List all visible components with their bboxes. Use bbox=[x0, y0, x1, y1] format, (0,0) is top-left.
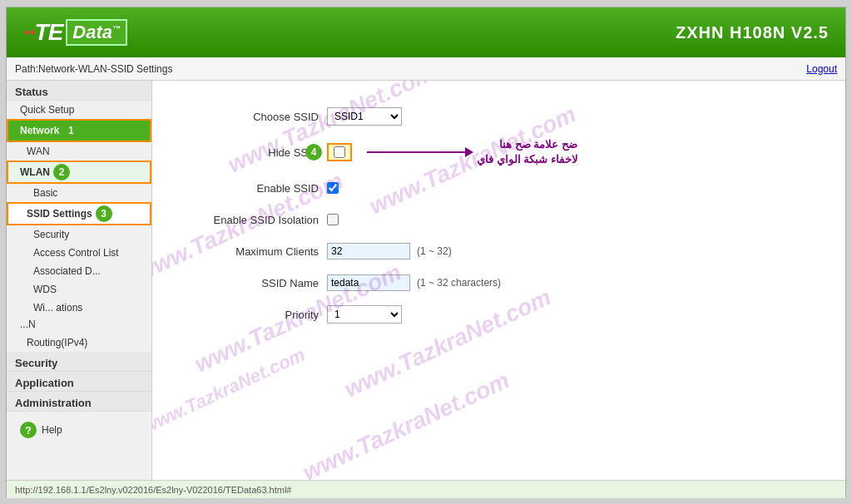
sidebar-item-help-bottom[interactable]: ? Help bbox=[7, 418, 151, 442]
enable-ssid-control bbox=[327, 182, 339, 194]
sidebar-item-wan[interactable]: WAN bbox=[7, 142, 151, 161]
arrow-head bbox=[465, 147, 473, 157]
sidebar-item-wireless: Wi... ations bbox=[7, 299, 151, 317]
sidebar-item-wlan[interactable]: WLAN 2 bbox=[7, 161, 151, 184]
sidebar-item-lan: ...N bbox=[7, 317, 151, 334]
choose-ssid-control: SSID1 SSID2 SSID3 SSID4 bbox=[327, 107, 402, 126]
priority-label: Priority bbox=[177, 309, 327, 321]
sidebar-section-administration[interactable]: Administration bbox=[7, 392, 151, 412]
choose-ssid-row: Choose SSID SSID1 SSID2 SSID3 SSID4 bbox=[177, 106, 820, 127]
logout-link[interactable]: Logout bbox=[806, 63, 837, 75]
sidebar-item-access-control[interactable]: Access Control List bbox=[7, 244, 151, 262]
sidebar-item-security[interactable]: Security bbox=[7, 225, 151, 244]
sidebar-item-quick-setup[interactable]: Quick Setup bbox=[7, 101, 151, 119]
enable-isolation-control bbox=[327, 214, 339, 225]
choose-ssid-label: Choose SSID bbox=[177, 111, 327, 123]
hide-ssid-checkbox[interactable] bbox=[334, 146, 345, 158]
annotation-line1: ضح علامة صح هنا bbox=[477, 137, 577, 152]
watermark-7: www.TazkraNet.com bbox=[299, 367, 513, 480]
enable-isolation-checkbox[interactable] bbox=[327, 214, 339, 225]
sidebar: Status Quick Setup Network 1 WAN WLAN 2 … bbox=[7, 81, 152, 480]
sidebar-section-security[interactable]: Security bbox=[7, 352, 151, 372]
sidebar-item-wds[interactable]: WDS bbox=[7, 280, 151, 299]
footer-bar: http://192.168.1.1/Es2lny.v022016/Es2lny… bbox=[7, 480, 845, 498]
max-clients-hint: (1 ~ 32) bbox=[417, 245, 452, 257]
enable-ssid-row: Enable SSID bbox=[177, 177, 820, 199]
wlan-badge: 2 bbox=[53, 164, 70, 180]
hide-ssid-label: Hide SSID bbox=[177, 146, 327, 159]
help-icon: ? bbox=[20, 422, 37, 438]
hide-ssid-control: 4 ضح علامة صح هنا لاخفاء شبكة الواي فاي bbox=[327, 137, 577, 167]
priority-row: Priority 1 2 3 4 5 6 7 bbox=[177, 304, 820, 325]
content-area: www.TazkraNet.com www.TazkraNet.com www.… bbox=[152, 81, 845, 480]
ssid-name-input[interactable] bbox=[327, 274, 410, 291]
hide-ssid-annotation: ضح علامة صح هنا لاخفاء شبكة الواي فاي bbox=[367, 137, 577, 167]
logo: ··TE Data™ bbox=[23, 19, 127, 46]
priority-select[interactable]: 1 2 3 4 5 6 7 bbox=[327, 305, 402, 324]
ssid-name-label: SSID Name bbox=[177, 277, 327, 289]
arrow-line bbox=[367, 151, 467, 153]
navbar: Path:Network-WLAN-SSID Settings Logout bbox=[7, 57, 845, 81]
device-name: ZXHN H108N V2.5 bbox=[676, 23, 829, 42]
sidebar-item-network[interactable]: Network 1 bbox=[7, 119, 151, 142]
settings-form: Choose SSID SSID1 SSID2 SSID3 SSID4 Hide… bbox=[177, 106, 820, 325]
sidebar-item-ssid-settings[interactable]: SSID Settings 3 bbox=[7, 202, 151, 225]
sidebar-section-status[interactable]: Status bbox=[7, 81, 151, 101]
enable-isolation-label: Enable SSID Isolation bbox=[177, 214, 327, 226]
help-label: Help bbox=[42, 424, 62, 436]
priority-control: 1 2 3 4 5 6 7 bbox=[327, 305, 402, 324]
ssid-name-control: (1 ~ 32 characters) bbox=[327, 274, 501, 291]
network-badge: 1 bbox=[62, 122, 79, 139]
ssid-name-row: SSID Name (1 ~ 32 characters) bbox=[177, 272, 820, 294]
max-clients-control: (1 ~ 32) bbox=[327, 243, 452, 259]
sidebar-section-application[interactable]: Application bbox=[7, 372, 151, 392]
enable-ssid-checkbox[interactable] bbox=[327, 182, 339, 194]
ssid-badge: 3 bbox=[96, 205, 112, 222]
annotation-line2: لاخفاء شبكة الواي فاي bbox=[477, 152, 577, 167]
hide-ssid-row: Hide SSID 4 ضح علامة صح هنا bbox=[177, 137, 820, 167]
logo-dots: ··TE bbox=[23, 19, 62, 46]
enable-ssid-label: Enable SSID bbox=[177, 182, 327, 195]
annotation-text: ضح علامة صح هنا لاخفاء شبكة الواي فاي bbox=[477, 137, 577, 167]
enable-isolation-row: Enable SSID Isolation bbox=[177, 209, 820, 230]
footer-url: http://192.168.1.1/Es2lny.v022016/Es2lny… bbox=[15, 485, 291, 495]
max-clients-input[interactable] bbox=[327, 243, 410, 259]
sidebar-item-associated: Associated D... bbox=[7, 262, 151, 280]
sidebar-item-routing[interactable]: Routing(IPv4) bbox=[7, 334, 151, 352]
header: ··TE Data™ ZXHN H108N V2.5 bbox=[7, 7, 845, 57]
max-clients-row: Maximum Clients (1 ~ 32) bbox=[177, 240, 820, 262]
watermark-4: www.TazkraNet.com bbox=[152, 343, 309, 437]
ssid-name-hint: (1 ~ 32 characters) bbox=[417, 277, 501, 289]
max-clients-label: Maximum Clients bbox=[177, 245, 327, 258]
breadcrumb: Path:Network-WLAN-SSID Settings bbox=[15, 63, 172, 75]
logo-data: Data™ bbox=[66, 19, 127, 46]
choose-ssid-select[interactable]: SSID1 SSID2 SSID3 SSID4 bbox=[327, 107, 402, 126]
hide-ssid-highlight bbox=[327, 143, 352, 161]
sidebar-item-basic[interactable]: Basic bbox=[7, 184, 151, 202]
